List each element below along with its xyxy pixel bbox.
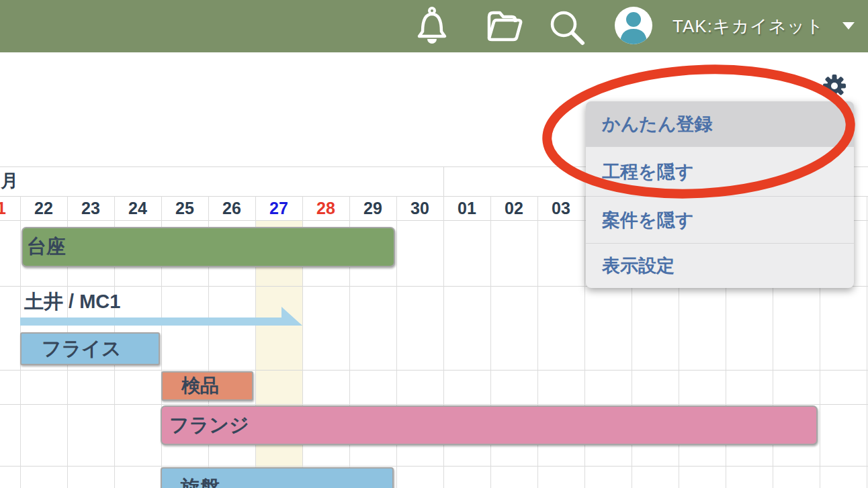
date-cell-23: 23 [67, 197, 114, 219]
settings-gear-icon[interactable] [823, 75, 846, 97]
menu-item-display-settings[interactable]: 表示設定 [586, 243, 854, 288]
gantt-bar-kenpin[interactable]: 検品 [161, 371, 253, 401]
bar-label: フランジ [169, 412, 249, 439]
menu-item-hide-process[interactable]: 工程を隠す [586, 146, 854, 196]
menu-item-label: かんたん登録 [602, 112, 713, 136]
date-cell-27: 27 [255, 197, 302, 219]
bar-label: 台座 [27, 234, 66, 260]
date-cell-03: 03 [537, 197, 584, 219]
gantt-bar-furaisu[interactable]: フライス [20, 332, 160, 365]
date-cell-28: 28 [302, 197, 349, 219]
date-cell-26: 26 [208, 197, 255, 219]
user-menu-caret-icon[interactable] [842, 22, 855, 30]
bar-label: 旋盤 [181, 475, 220, 488]
date-cell-22: 22 [20, 197, 67, 219]
date-cell-29: 29 [349, 197, 396, 219]
gear-dropdown-menu: かんたん登録 工程を隠す 案件を隠す 表示設定 [586, 101, 854, 288]
grid-line [0, 370, 868, 371]
date-cell-02: 02 [490, 197, 537, 219]
grid-line [0, 466, 868, 467]
user-avatar[interactable] [615, 7, 652, 44]
schedule-arrow [20, 306, 303, 327]
gantt-bar-daiza[interactable]: 台座 [21, 227, 395, 267]
menu-item-label: 工程を隠す [602, 160, 693, 184]
gantt-bar-senban[interactable]: 旋盤 [161, 467, 394, 488]
month-label: 月 [1, 169, 18, 193]
date-cell-24: 24 [114, 197, 161, 219]
grid-line [0, 404, 868, 405]
app-window: 月 21 22 23 24 25 26 27 28 29 30 01 02 03… [0, 0, 868, 488]
date-cell-30: 30 [396, 197, 443, 219]
menu-item-label: 案件を隠す [602, 208, 693, 232]
bell-icon[interactable] [415, 6, 449, 46]
menu-item-hide-project[interactable]: 案件を隠す [586, 196, 854, 243]
bar-label: 検品 [181, 373, 219, 399]
month-divider-line [443, 166, 444, 196]
gantt-bar-furanji[interactable]: フランジ [161, 405, 818, 445]
bar-label: フライス [42, 336, 122, 362]
user-menu-label[interactable]: TAK:キカイネット [672, 0, 824, 52]
menu-item-label: 表示設定 [602, 254, 675, 278]
date-cell-01: 01 [443, 197, 490, 219]
date-cell-25: 25 [161, 197, 208, 219]
search-icon[interactable] [546, 7, 588, 48]
date-cell-21: 21 [0, 197, 20, 219]
folder-icon[interactable] [485, 9, 525, 44]
top-bar: TAK:キカイネット [0, 0, 868, 52]
menu-item-easy-register[interactable]: かんたん登録 [586, 101, 854, 146]
